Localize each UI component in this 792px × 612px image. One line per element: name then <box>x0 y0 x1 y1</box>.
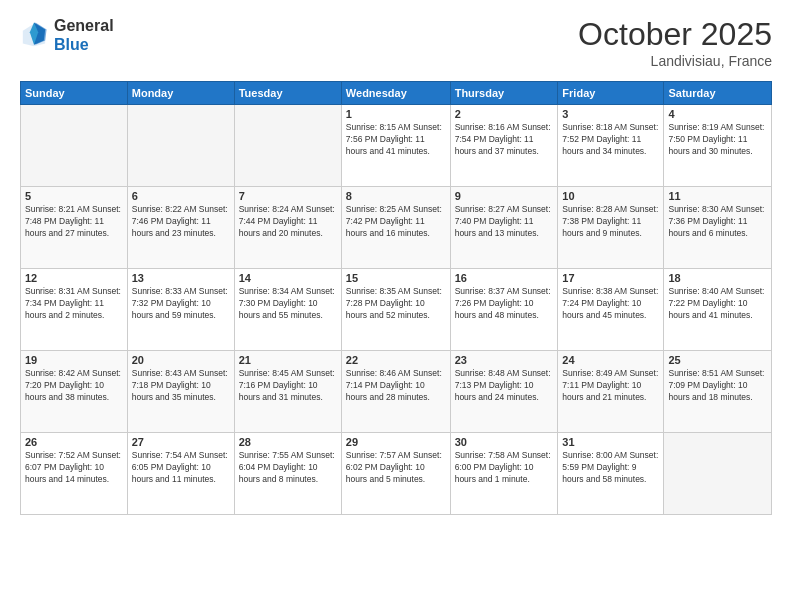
day-info: Sunrise: 8:19 AM Sunset: 7:50 PM Dayligh… <box>668 122 767 158</box>
calendar-cell: 28Sunrise: 7:55 AM Sunset: 6:04 PM Dayli… <box>234 433 341 515</box>
day-info: Sunrise: 8:48 AM Sunset: 7:13 PM Dayligh… <box>455 368 554 404</box>
calendar-header-thursday: Thursday <box>450 82 558 105</box>
calendar-cell: 11Sunrise: 8:30 AM Sunset: 7:36 PM Dayli… <box>664 187 772 269</box>
calendar-cell <box>664 433 772 515</box>
calendar-cell: 27Sunrise: 7:54 AM Sunset: 6:05 PM Dayli… <box>127 433 234 515</box>
day-number: 21 <box>239 354 337 366</box>
day-number: 13 <box>132 272 230 284</box>
calendar-header-friday: Friday <box>558 82 664 105</box>
day-number: 26 <box>25 436 123 448</box>
calendar-cell: 20Sunrise: 8:43 AM Sunset: 7:18 PM Dayli… <box>127 351 234 433</box>
logo-text: General Blue <box>54 16 114 54</box>
calendar-cell: 3Sunrise: 8:18 AM Sunset: 7:52 PM Daylig… <box>558 105 664 187</box>
day-number: 24 <box>562 354 659 366</box>
day-info: Sunrise: 8:43 AM Sunset: 7:18 PM Dayligh… <box>132 368 230 404</box>
logo-general: General <box>54 16 114 35</box>
calendar-cell: 16Sunrise: 8:37 AM Sunset: 7:26 PM Dayli… <box>450 269 558 351</box>
day-number: 18 <box>668 272 767 284</box>
month-title: October 2025 <box>578 16 772 53</box>
day-number: 22 <box>346 354 446 366</box>
calendar-cell: 18Sunrise: 8:40 AM Sunset: 7:22 PM Dayli… <box>664 269 772 351</box>
calendar-cell: 23Sunrise: 8:48 AM Sunset: 7:13 PM Dayli… <box>450 351 558 433</box>
day-info: Sunrise: 8:28 AM Sunset: 7:38 PM Dayligh… <box>562 204 659 240</box>
day-number: 17 <box>562 272 659 284</box>
calendar-cell <box>127 105 234 187</box>
day-number: 16 <box>455 272 554 284</box>
day-number: 14 <box>239 272 337 284</box>
day-number: 2 <box>455 108 554 120</box>
day-number: 6 <box>132 190 230 202</box>
day-number: 1 <box>346 108 446 120</box>
day-number: 8 <box>346 190 446 202</box>
calendar-cell: 4Sunrise: 8:19 AM Sunset: 7:50 PM Daylig… <box>664 105 772 187</box>
calendar-cell: 26Sunrise: 7:52 AM Sunset: 6:07 PM Dayli… <box>21 433 128 515</box>
day-info: Sunrise: 8:30 AM Sunset: 7:36 PM Dayligh… <box>668 204 767 240</box>
calendar-cell: 22Sunrise: 8:46 AM Sunset: 7:14 PM Dayli… <box>341 351 450 433</box>
location-title: Landivisiau, France <box>578 53 772 69</box>
day-number: 28 <box>239 436 337 448</box>
day-info: Sunrise: 8:49 AM Sunset: 7:11 PM Dayligh… <box>562 368 659 404</box>
calendar: SundayMondayTuesdayWednesdayThursdayFrid… <box>20 81 772 515</box>
day-info: Sunrise: 7:55 AM Sunset: 6:04 PM Dayligh… <box>239 450 337 486</box>
calendar-cell: 8Sunrise: 8:25 AM Sunset: 7:42 PM Daylig… <box>341 187 450 269</box>
calendar-header-monday: Monday <box>127 82 234 105</box>
calendar-header-tuesday: Tuesday <box>234 82 341 105</box>
calendar-cell <box>21 105 128 187</box>
day-info: Sunrise: 8:31 AM Sunset: 7:34 PM Dayligh… <box>25 286 123 322</box>
day-info: Sunrise: 8:35 AM Sunset: 7:28 PM Dayligh… <box>346 286 446 322</box>
calendar-cell: 21Sunrise: 8:45 AM Sunset: 7:16 PM Dayli… <box>234 351 341 433</box>
calendar-cell: 1Sunrise: 8:15 AM Sunset: 7:56 PM Daylig… <box>341 105 450 187</box>
calendar-cell: 30Sunrise: 7:58 AM Sunset: 6:00 PM Dayli… <box>450 433 558 515</box>
calendar-cell: 6Sunrise: 8:22 AM Sunset: 7:46 PM Daylig… <box>127 187 234 269</box>
day-number: 23 <box>455 354 554 366</box>
calendar-week-row: 5Sunrise: 8:21 AM Sunset: 7:48 PM Daylig… <box>21 187 772 269</box>
day-number: 15 <box>346 272 446 284</box>
day-number: 3 <box>562 108 659 120</box>
day-number: 20 <box>132 354 230 366</box>
day-info: Sunrise: 8:27 AM Sunset: 7:40 PM Dayligh… <box>455 204 554 240</box>
calendar-cell: 14Sunrise: 8:34 AM Sunset: 7:30 PM Dayli… <box>234 269 341 351</box>
calendar-cell: 25Sunrise: 8:51 AM Sunset: 7:09 PM Dayli… <box>664 351 772 433</box>
day-number: 30 <box>455 436 554 448</box>
day-number: 9 <box>455 190 554 202</box>
calendar-cell: 5Sunrise: 8:21 AM Sunset: 7:48 PM Daylig… <box>21 187 128 269</box>
logo: General Blue <box>20 16 114 54</box>
day-number: 29 <box>346 436 446 448</box>
day-number: 7 <box>239 190 337 202</box>
day-number: 27 <box>132 436 230 448</box>
header: General Blue October 2025 Landivisiau, F… <box>20 16 772 69</box>
calendar-cell: 12Sunrise: 8:31 AM Sunset: 7:34 PM Dayli… <box>21 269 128 351</box>
calendar-week-row: 19Sunrise: 8:42 AM Sunset: 7:20 PM Dayli… <box>21 351 772 433</box>
day-info: Sunrise: 8:21 AM Sunset: 7:48 PM Dayligh… <box>25 204 123 240</box>
calendar-cell: 29Sunrise: 7:57 AM Sunset: 6:02 PM Dayli… <box>341 433 450 515</box>
calendar-header-wednesday: Wednesday <box>341 82 450 105</box>
day-info: Sunrise: 8:38 AM Sunset: 7:24 PM Dayligh… <box>562 286 659 322</box>
day-info: Sunrise: 8:33 AM Sunset: 7:32 PM Dayligh… <box>132 286 230 322</box>
calendar-week-row: 26Sunrise: 7:52 AM Sunset: 6:07 PM Dayli… <box>21 433 772 515</box>
day-info: Sunrise: 7:52 AM Sunset: 6:07 PM Dayligh… <box>25 450 123 486</box>
day-number: 10 <box>562 190 659 202</box>
day-info: Sunrise: 8:34 AM Sunset: 7:30 PM Dayligh… <box>239 286 337 322</box>
calendar-header-sunday: Sunday <box>21 82 128 105</box>
calendar-header-saturday: Saturday <box>664 82 772 105</box>
day-number: 25 <box>668 354 767 366</box>
day-info: Sunrise: 8:25 AM Sunset: 7:42 PM Dayligh… <box>346 204 446 240</box>
calendar-cell: 17Sunrise: 8:38 AM Sunset: 7:24 PM Dayli… <box>558 269 664 351</box>
day-info: Sunrise: 8:22 AM Sunset: 7:46 PM Dayligh… <box>132 204 230 240</box>
logo-blue: Blue <box>54 35 114 54</box>
calendar-cell: 10Sunrise: 8:28 AM Sunset: 7:38 PM Dayli… <box>558 187 664 269</box>
day-info: Sunrise: 8:40 AM Sunset: 7:22 PM Dayligh… <box>668 286 767 322</box>
page: General Blue October 2025 Landivisiau, F… <box>0 0 792 612</box>
day-number: 11 <box>668 190 767 202</box>
logo-icon <box>20 21 48 49</box>
calendar-cell <box>234 105 341 187</box>
calendar-week-row: 1Sunrise: 8:15 AM Sunset: 7:56 PM Daylig… <box>21 105 772 187</box>
day-number: 12 <box>25 272 123 284</box>
day-info: Sunrise: 8:45 AM Sunset: 7:16 PM Dayligh… <box>239 368 337 404</box>
calendar-header-row: SundayMondayTuesdayWednesdayThursdayFrid… <box>21 82 772 105</box>
calendar-cell: 13Sunrise: 8:33 AM Sunset: 7:32 PM Dayli… <box>127 269 234 351</box>
day-info: Sunrise: 8:16 AM Sunset: 7:54 PM Dayligh… <box>455 122 554 158</box>
day-info: Sunrise: 7:57 AM Sunset: 6:02 PM Dayligh… <box>346 450 446 486</box>
calendar-cell: 19Sunrise: 8:42 AM Sunset: 7:20 PM Dayli… <box>21 351 128 433</box>
day-info: Sunrise: 8:00 AM Sunset: 5:59 PM Dayligh… <box>562 450 659 486</box>
